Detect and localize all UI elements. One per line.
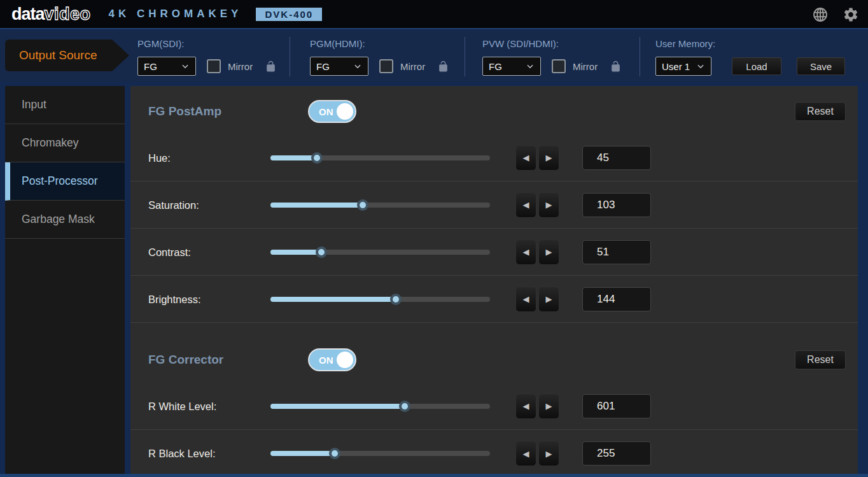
fg-corrector-header: FG Corrector ON Reset <box>130 341 858 379</box>
hue-slider[interactable] <box>270 155 490 160</box>
datavideo-logo: datavideo <box>11 4 91 24</box>
sidebar-item-label: Garbage Mask <box>22 213 95 226</box>
brightness-slider[interactable] <box>270 297 490 302</box>
saturation-slider-knob[interactable] <box>357 199 368 211</box>
fg-corrector-toggle[interactable]: ON <box>308 348 356 371</box>
r-white-level-increment-button[interactable]: ▶ <box>538 394 559 419</box>
sidebar-item-label: Chromakey <box>22 136 78 150</box>
r-black-level-value-input[interactable] <box>582 441 651 466</box>
pgm-sdi-label: PGM(SDI): <box>137 38 277 49</box>
sidebar-item-chromakey[interactable]: Chromakey <box>5 124 125 162</box>
pvw-mirror-label: Mirror <box>573 61 598 72</box>
sidebar-item-garbage-mask[interactable]: Garbage Mask <box>5 201 125 239</box>
globe-icon[interactable] <box>812 6 829 23</box>
r-white-level-slider-knob[interactable] <box>399 401 410 412</box>
fg-postamp-sliders: Hue: ◀ ▶ Saturation: ◀ ▶ Contrast: ◀ ▶ <box>130 134 858 323</box>
sidebar-item-post-processor[interactable]: Post-Processor <box>5 162 125 201</box>
pgm-hdmi-select-value: FG <box>316 61 330 72</box>
output-source-tab[interactable]: Output Source <box>5 39 112 71</box>
user-memory-select[interactable]: User 1 <box>655 57 711 76</box>
r-black-level-slider[interactable] <box>270 451 490 456</box>
pvw-group: PVW (SDI/HDMI): FG Mirror <box>482 38 622 76</box>
user-memory-group: User Memory: User 1 Load Save <box>655 38 845 76</box>
r-black-level-increment-button[interactable]: ▶ <box>538 441 559 466</box>
brightness-slider-knob[interactable] <box>390 294 402 305</box>
pgm-sdi-mirror-checkbox[interactable] <box>207 59 221 73</box>
fg-postamp-title: FG PostAmp <box>148 104 221 118</box>
app-window: datavideo 4K CHROMAKEY DVK-400 <box>0 0 868 477</box>
brightness-increment-button[interactable]: ▶ <box>538 287 559 312</box>
fg-postamp-toggle[interactable]: ON <box>308 100 356 123</box>
fg-corrector-reset-button[interactable]: Reset <box>795 350 846 369</box>
toggle-state-label: ON <box>319 106 333 117</box>
hue-value-input[interactable] <box>582 146 651 170</box>
pgm-sdi-select-value: FG <box>144 61 157 72</box>
pvw-lock-open-icon[interactable] <box>610 59 622 74</box>
saturation-label: Saturation: <box>148 199 199 211</box>
r-white-level-decrement-button[interactable]: ◀ <box>515 394 536 419</box>
r-black-level-slider-knob[interactable] <box>329 448 340 459</box>
hue-decrement-button[interactable]: ◀ <box>515 145 536 171</box>
pgm-hdmi-lock-open-icon[interactable] <box>437 59 449 74</box>
pgm-sdi-select[interactable]: FG <box>137 57 196 76</box>
sidebar-item-label: Input <box>22 98 46 111</box>
hue-increment-button[interactable]: ▶ <box>538 145 559 171</box>
toolbar-divider <box>640 37 640 76</box>
hue-row: Hue: ◀ ▶ <box>130 134 858 182</box>
saturation-decrement-button[interactable]: ◀ <box>515 192 536 218</box>
contrast-increment-button[interactable]: ▶ <box>538 239 559 265</box>
contrast-slider-knob[interactable] <box>316 246 327 258</box>
brightness-decrement-button[interactable]: ◀ <box>515 287 536 312</box>
chevron-down-icon <box>353 62 362 71</box>
pgm-hdmi-select[interactable]: FG <box>310 57 368 76</box>
post-processor-panel: FG PostAmp ON Reset Hue: ◀ ▶ Saturation:… <box>130 86 858 474</box>
saturation-increment-button[interactable]: ▶ <box>538 192 559 218</box>
saturation-value-input[interactable] <box>582 193 651 217</box>
brightness-label: Brightness: <box>148 293 201 305</box>
window-bottom-edge <box>0 474 868 477</box>
fg-postamp-reset-button[interactable]: Reset <box>795 102 846 121</box>
contrast-decrement-button[interactable]: ◀ <box>515 239 536 265</box>
load-button[interactable]: Load <box>732 57 781 75</box>
chevron-down-icon <box>696 62 705 71</box>
title-bar: datavideo 4K CHROMAKEY DVK-400 <box>0 0 868 29</box>
pvw-select[interactable]: FG <box>482 57 541 76</box>
output-source-label: Output Source <box>19 48 97 62</box>
right-triangle-icon: ▶ <box>546 200 552 210</box>
right-triangle-icon: ▶ <box>546 449 552 459</box>
r-white-level-value-input[interactable] <box>582 394 651 418</box>
hue-slider-knob[interactable] <box>311 152 323 164</box>
fg-corrector-title: FG Corrector <box>148 353 223 367</box>
contrast-row: Contrast: ◀ ▶ <box>130 229 858 276</box>
left-triangle-icon: ◀ <box>523 294 529 304</box>
right-triangle-icon: ▶ <box>546 247 552 257</box>
pgm-hdmi-mirror-label: Mirror <box>400 61 425 72</box>
toggle-knob <box>337 352 353 368</box>
r-white-level-label: R White Level: <box>148 400 216 412</box>
model-badge: DVK-400 <box>256 8 322 21</box>
left-triangle-icon: ◀ <box>523 247 529 257</box>
pgm-sdi-lock-open-icon[interactable] <box>265 59 277 74</box>
contrast-value-input[interactable] <box>582 240 651 264</box>
brightness-value-input[interactable] <box>582 287 651 311</box>
saturation-slider[interactable] <box>270 203 490 208</box>
left-triangle-icon: ◀ <box>523 449 529 459</box>
chevron-down-icon <box>526 62 535 71</box>
toolbar: Output Source PGM(SDI): FG Mirror PGM(HD… <box>0 31 868 82</box>
pgm-hdmi-mirror-checkbox[interactable] <box>379 59 393 73</box>
user-memory-label: User Memory: <box>655 38 845 49</box>
r-black-level-label: R Black Level: <box>148 448 215 460</box>
pgm-hdmi-group: PGM(HDMI): FG Mirror <box>310 38 449 76</box>
right-triangle-icon: ▶ <box>546 153 552 162</box>
sidebar-item-input[interactable]: Input <box>5 86 125 124</box>
save-button[interactable]: Save <box>797 57 845 75</box>
r-white-level-slider[interactable] <box>270 404 490 409</box>
gear-icon[interactable] <box>843 6 859 23</box>
chevron-down-icon <box>181 62 190 71</box>
r-black-level-decrement-button[interactable]: ◀ <box>515 441 536 466</box>
saturation-row: Saturation: ◀ ▶ <box>130 182 858 229</box>
contrast-slider[interactable] <box>270 250 490 255</box>
left-triangle-icon: ◀ <box>523 401 529 411</box>
pvw-mirror-checkbox[interactable] <box>552 59 566 73</box>
header-icons <box>812 0 859 29</box>
